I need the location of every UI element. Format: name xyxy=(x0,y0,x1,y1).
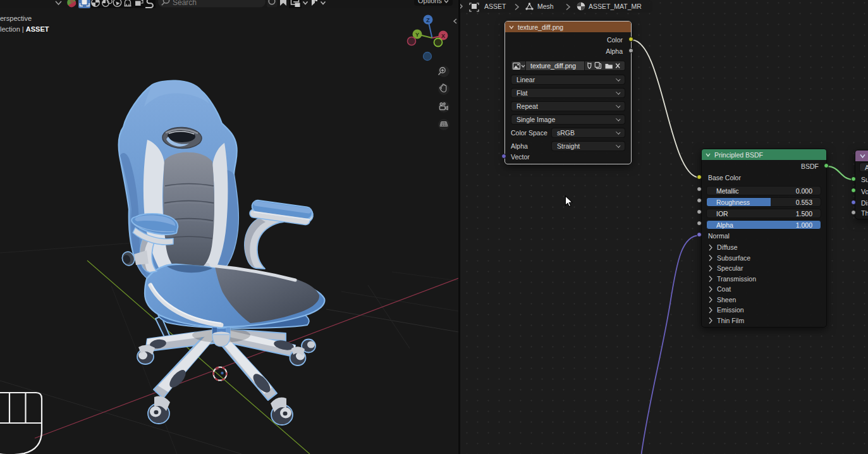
svg-text:Y: Y xyxy=(415,32,419,38)
svg-text:Search: Search xyxy=(173,0,197,7)
svg-text:X: X xyxy=(441,33,445,39)
svg-text:Z: Z xyxy=(426,17,430,23)
